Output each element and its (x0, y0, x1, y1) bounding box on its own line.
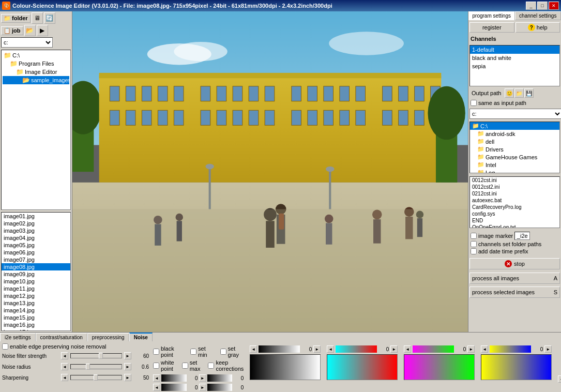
white-point-checkbox[interactable] (153, 363, 159, 369)
channel-item-sepia[interactable]: sepia (470, 62, 559, 70)
channel-item-default[interactable]: 1-default (470, 46, 559, 54)
file-item-selected[interactable]: image08.jpg (2, 263, 70, 270)
job-icon2[interactable]: ▶ (37, 25, 48, 36)
filter-strength-left[interactable]: ◄ (61, 352, 68, 359)
image-marker-checkbox[interactable] (471, 233, 477, 239)
sample-right-1[interactable]: ► (313, 345, 321, 353)
process-all-button[interactable]: process all images A (469, 273, 560, 284)
close-button[interactable]: ✕ (549, 2, 559, 10)
file-item[interactable]: image11.jpg (2, 285, 70, 292)
file-item[interactable]: image16.jpg (2, 321, 70, 328)
grad-left-1[interactable]: ◄ (153, 374, 160, 382)
noise-radius-slider[interactable] (70, 364, 122, 369)
set-min-checkbox[interactable] (190, 349, 196, 355)
folder-button[interactable]: 📁 folder (1, 14, 31, 23)
process-selected-button[interactable]: process selected images S (469, 287, 560, 298)
tab-preprocessing[interactable]: preprocessing (87, 333, 129, 341)
output-folder-btn[interactable]: 📁 (514, 88, 524, 98)
tree-item-program-files[interactable]: 📁 Program Files (3, 59, 69, 68)
filter-strength-slider[interactable] (70, 353, 122, 358)
enhanced-left[interactable]: ◄ (558, 375, 561, 383)
file-item[interactable]: image03.jpg (2, 227, 70, 234)
file-item[interactable]: image02.jpg (2, 220, 70, 227)
right-file-item[interactable]: config.sys (470, 210, 559, 217)
right-file-item[interactable]: END (470, 217, 559, 224)
minimize-button[interactable]: _ (526, 2, 536, 10)
right-file-item[interactable]: 0012cst2.ini (470, 184, 559, 190)
channels-set-checkbox[interactable] (471, 241, 477, 247)
right-folder-c[interactable]: 📁C:\ (470, 122, 559, 130)
right-folder-dell[interactable]: 📁dell (470, 138, 559, 145)
file-item[interactable]: image09.jpg (2, 270, 70, 278)
right-file-item[interactable]: 0212cst.ini (470, 190, 559, 197)
keep-corrections-checkbox[interactable] (208, 363, 214, 369)
right-file-item[interactable]: autoexec.bat (470, 197, 559, 204)
maximize-button[interactable]: □ (537, 2, 548, 10)
set-gray-checkbox[interactable] (220, 349, 226, 355)
tab-contrast-saturation[interactable]: contrast/saturation (36, 333, 87, 341)
right-folder-intel[interactable]: 📁Intel (470, 161, 559, 169)
drive-select[interactable]: c: (1, 37, 53, 48)
file-item[interactable]: image15.jpg (2, 314, 70, 321)
grad-right-1[interactable]: ► (199, 374, 206, 382)
sharpening-left[interactable]: ◄ (61, 374, 68, 381)
set-max-checkbox[interactable] (182, 363, 188, 369)
help-button[interactable]: ? help (515, 22, 560, 33)
sharpening-slider[interactable] (70, 375, 122, 380)
sharpening-right[interactable]: ► (124, 374, 131, 381)
left-icon1[interactable]: 🖥 (32, 12, 43, 24)
right-folder-gamehouse[interactable]: 📁GameHouse Games (470, 153, 559, 161)
file-item[interactable]: image04.jpg (2, 234, 70, 242)
right-file-item[interactable]: OnOneErrorLog.txt (470, 224, 559, 228)
date-time-checkbox[interactable] (471, 248, 477, 254)
tree-item-sample-images[interactable]: 📂 sample_images (3, 76, 69, 84)
sample-left-2[interactable]: ◄ (327, 345, 334, 353)
right-folder-log[interactable]: 📁Log (470, 169, 559, 173)
right-folder-drivers[interactable]: 📁Drivers (470, 145, 559, 153)
noise-radius-left[interactable]: ◄ (61, 363, 68, 370)
stop-button[interactable]: ✕ stop (469, 258, 560, 269)
file-item[interactable]: image12.jpg (2, 292, 70, 299)
right-file-item[interactable]: CardRecoveryPro.log (470, 204, 559, 210)
grad-val-3: 0 (188, 385, 198, 390)
output-save-btn[interactable]: 💾 (524, 88, 534, 98)
output-drive-select[interactable]: c: (469, 109, 561, 119)
tab-noise[interactable]: Noise (129, 333, 153, 341)
grad-right-2[interactable]: ► (199, 384, 206, 391)
file-item[interactable]: image10.jpg (2, 278, 70, 285)
register-help-row: register ? help (468, 21, 561, 34)
sample-left-1[interactable]: ◄ (250, 345, 257, 353)
enable-noise-checkbox[interactable] (2, 343, 8, 350)
file-item[interactable]: image06.jpg (2, 249, 70, 256)
tab-program-settings[interactable]: program settings (468, 11, 515, 20)
channel-item-bw[interactable]: black and white (470, 54, 559, 62)
tree-item-c[interactable]: 📁 C:\ (3, 51, 69, 59)
file-item[interactable]: image01.jpg (2, 213, 70, 220)
grad-left-2[interactable]: ◄ (153, 384, 160, 391)
sample-left-4[interactable]: ◄ (481, 345, 488, 353)
tab-channel-settings[interactable]: channel settings (515, 11, 562, 20)
noise-radius-right[interactable]: ► (124, 363, 131, 370)
sample-right-3[interactable]: ► (467, 345, 475, 353)
job-icon1[interactable]: 📂 (24, 25, 36, 36)
tab-i2e-settings[interactable]: i2e settings (0, 333, 36, 341)
file-item[interactable]: image13.jpg (2, 299, 70, 307)
left-icon2[interactable]: 🔄 (44, 12, 55, 24)
file-item[interactable]: image07.jpg (2, 256, 70, 263)
file-item[interactable]: image05.jpg (2, 242, 70, 249)
marker-input[interactable] (514, 232, 530, 240)
sample-left-3[interactable]: ◄ (404, 345, 411, 353)
right-folder-android[interactable]: 📁android-sdk (470, 130, 559, 138)
file-item[interactable]: image17.jpg (2, 328, 70, 331)
sample-right-2[interactable]: ► (390, 345, 398, 353)
filter-strength-right[interactable]: ► (124, 352, 131, 359)
same-path-checkbox[interactable] (471, 100, 477, 106)
sample-right-4[interactable]: ► (544, 345, 552, 353)
job-button[interactable]: 📋 job (1, 26, 23, 35)
black-point-checkbox[interactable] (153, 349, 159, 355)
register-button[interactable]: register (469, 22, 514, 33)
output-smiley-btn[interactable]: 🙂 (505, 88, 514, 98)
right-file-item[interactable]: 0012cst.ini (470, 177, 559, 184)
file-item[interactable]: image14.jpg (2, 307, 70, 314)
tree-item-image-editor[interactable]: 📁 Image Editor (3, 68, 69, 76)
